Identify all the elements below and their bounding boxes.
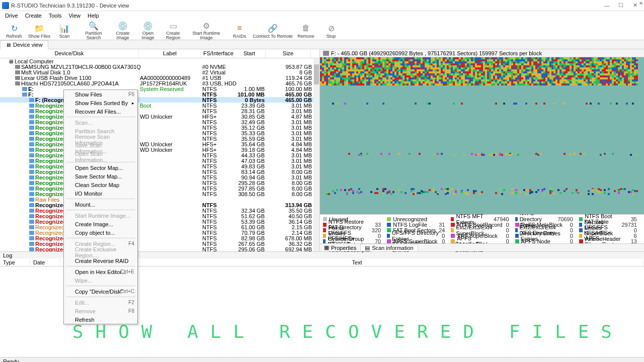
log-close-icon[interactable]: ✕ [639, 1, 643, 6]
menu-tools[interactable]: Tools [46, 12, 65, 20]
tool-start-runtime-image[interactable]: ⚙Start Runtime Image [186, 21, 226, 40]
tab-device-view[interactable]: 🖥 Device view [0, 40, 48, 49]
col-fs[interactable]: FS/Interface [201, 49, 233, 58]
tool-connect-to-remote[interactable]: 🔗Connect To Remote [253, 21, 293, 40]
tool-create-image[interactable]: 💿Create Image [111, 21, 135, 40]
menu-item: Edit...F2 [64, 298, 137, 307]
col-label[interactable]: Label [139, 49, 201, 58]
minimize-button[interactable]: — [600, 1, 614, 10]
menu-item: RemoveF8 [64, 307, 137, 315]
menu-item[interactable]: Show Files Sorted By [64, 99, 137, 107]
legend-item: NTFS LogFile31 [387, 222, 449, 227]
tree-row[interactable]: SAMSUNG MZVL21T0HCLR-00B00 GXA7301Q#0 NV… [0, 64, 319, 69]
tree-row[interactable]: Raw Files [0, 197, 319, 202]
tool-partition-search[interactable]: 🔍Partition Search [77, 21, 110, 40]
status-text: Ready [3, 358, 19, 363]
menu-item[interactable]: Open in Hex Editor...Ctrl+E [64, 267, 137, 276]
tree-row[interactable]: Recognized19NTFS35.33 GB3.01 MB [0, 130, 319, 136]
menu-item[interactable]: Refresh [64, 315, 137, 324]
menu-drive[interactable]: Drive [2, 12, 21, 20]
tree-row[interactable]: Recognized23NTFS49.83 GB3.01 MB [0, 163, 319, 169]
tree-row[interactable]: Recognized2NTFS82.98 GB678.00 MB [0, 235, 319, 241]
log-col-date[interactable]: Date [30, 258, 60, 266]
tree-row[interactable]: Recognized27NTFS297.85 GB8.00 GB [0, 186, 319, 191]
tree-row[interactable]: Hitachi HDS721050CLA660 JP2OA41AJP1572FR… [0, 80, 319, 86]
tree-row[interactable]: Recognized21NTFS44.33 GB3.01 MB [0, 152, 319, 158]
tree-row[interactable]: Recognized12NTFS51.62 GB40.50 GB [0, 213, 319, 219]
tree-row[interactable]: Recognized15NTFS295.06 GB692.94 MB [0, 246, 319, 251]
menu-item[interactable]: Copy object to... [64, 228, 137, 237]
tab-scan-information[interactable]: ▤Scan information [360, 244, 418, 251]
tree-row[interactable]: Recognized4NTFS70.79 GB2.14 GB [0, 230, 319, 235]
log-col-type[interactable]: Type [0, 258, 30, 266]
tree-row[interactable]: Recognized9NTFS313.94 GB [0, 202, 319, 208]
menu-help[interactable]: Help [85, 12, 102, 20]
tool-remove[interactable]: 🗑Remove [294, 21, 318, 40]
tree-row[interactable]: Lexar USB Flash Drive 1100AA000000000004… [0, 75, 319, 80]
tree-row[interactable]: Recognized1BootNTFS23.39 GB3.01 MB [0, 103, 319, 108]
tree-row[interactable]: Recognized29WD UnlockerHFS+30.85 GB4.87 … [0, 114, 319, 119]
legend-item: UFS/FFS Directory Entries0 [387, 233, 449, 238]
tree-row[interactable]: Recognized18NTFS35.12 GB3.01 MB [0, 125, 319, 130]
tree-row[interactable]: Recognized10NTFS267.65 GB36.32 GB [0, 241, 319, 246]
tree-columns: Device/Disk Label FS/Interface Start Siz… [0, 49, 319, 58]
menu-item[interactable]: Create Reverse RAID [64, 256, 137, 265]
tree-row[interactable]: Recognized5NTFS61.00 GB2.15 GB [0, 224, 319, 230]
tool-stop[interactable]: ⊘Stop [319, 21, 343, 40]
log-title: Log [3, 252, 12, 258]
maximize-button[interactable]: ☐ [614, 1, 628, 10]
col-start[interactable]: Start [233, 49, 266, 58]
tree-row[interactable]: Recognized22NTFS47.03 GB3.01 MB [0, 158, 319, 163]
tree-row[interactable]: Recognized11NTFS32.34 GB35.50 GB [0, 208, 319, 213]
tree-row[interactable]: E:System ReservedNTFS1.00 MB100.00 MB [0, 86, 319, 92]
info-tabs: ▦Properties ▤Scan information [320, 243, 644, 251]
legend-item: XFS Directory Entries0 [515, 233, 577, 238]
menu-item[interactable]: Clean Sector Map [64, 180, 137, 189]
tool-create-region[interactable]: ▭Create Region [161, 21, 185, 40]
tree-row[interactable]: Recognized17NTFS32.49 GB3.01 MB [0, 119, 319, 125]
tool-open-image[interactable]: 💿Open Image [136, 21, 160, 40]
tree-row[interactable]: Recognized28NTFS308.50 GB8.00 GB [0, 191, 319, 197]
menu-item: Start Runtime Image... [64, 211, 137, 220]
tool-show-files[interactable]: 📁Show Files [27, 21, 51, 40]
tree-row[interactable]: Msft Virtual Disk 1.0#2 Virtual8 GB [0, 69, 319, 75]
legend-item: NTFS MFT Extents47940 [451, 216, 513, 222]
watermark-text: SHOW ALL RECOVERED FILES [72, 321, 624, 342]
tree-row[interactable]: Recognized30WD UnlockerHFS+35.64 GB4.84 … [0, 141, 319, 147]
tree-row[interactable]: Recognized25NTFS90.94 GB3.01 MB [0, 174, 319, 180]
tab-label: Device view [13, 42, 43, 48]
menu-item[interactable]: Open Sector Map... [64, 163, 137, 172]
tool-refresh[interactable]: ↻Refresh [2, 21, 26, 40]
sector-map[interactable] [320, 57, 644, 214]
log-col-text[interactable]: Text [70, 258, 644, 266]
menu-item[interactable]: Create Image... [64, 220, 137, 228]
menu-item[interactable]: Copy "Device/Disk"Ctrl+C [64, 287, 137, 296]
menu-view[interactable]: View [65, 12, 84, 20]
tree-row[interactable]: Recognized16NTFS28.31 GB3.01 MB [0, 108, 319, 114]
tree-scrollbar[interactable] [313, 58, 319, 251]
tool-raids[interactable]: ≡RAIDs [227, 21, 252, 40]
window-title: R-STUDIO Technician 9.3.191230 - Device … [11, 3, 600, 9]
tree-row[interactable]: Recognized31WD UnlockerHFS+39.18 GB4.84 … [0, 147, 319, 152]
tab-strip: 🖥 Device view [0, 40, 644, 49]
tab-properties[interactable]: ▦Properties [320, 244, 360, 251]
tree-row[interactable]: Recognized20NTFS35.59 GB3.01 MB [0, 136, 319, 141]
col-size[interactable]: Size [266, 49, 311, 58]
menu-create[interactable]: Create [22, 12, 45, 20]
device-tree[interactable]: 🖥Local ComputerSAMSUNG MZVL21T0HCLR-00B0… [0, 58, 319, 251]
col-device[interactable]: Device/Disk [0, 49, 139, 58]
tree-row[interactable]: Recognized8NTFS53.39 GB36.14 GB [0, 219, 319, 224]
context-menu: Show FilesF5Show Files Sorted ByRecover … [63, 89, 138, 324]
tool-scan[interactable]: 📊Scan [52, 21, 76, 40]
tree-row[interactable]: Recognized26NTFS295.28 GB8.00 GB [0, 180, 319, 186]
menu-item: Scan... [64, 118, 137, 127]
menu-item[interactable]: I/O Monitor [64, 189, 137, 198]
menu-item[interactable]: Recover All Files... [64, 107, 137, 116]
menu-item[interactable]: Mount... [64, 200, 137, 209]
menu-item[interactable]: Show FilesF5 [64, 90, 137, 99]
tree-row[interactable]: F:NTFS101.00 MB465.00 GB [0, 92, 319, 97]
menu-item[interactable]: Save Sector Map... [64, 172, 137, 180]
tree-row[interactable]: 🖥Local Computer [0, 58, 319, 64]
tree-row[interactable]: F: (Recognized0)NTFS0 Bytes465.00 GB [0, 97, 319, 103]
tree-row[interactable]: Recognized24NTFS83.14 GB8.00 GB [0, 169, 319, 174]
